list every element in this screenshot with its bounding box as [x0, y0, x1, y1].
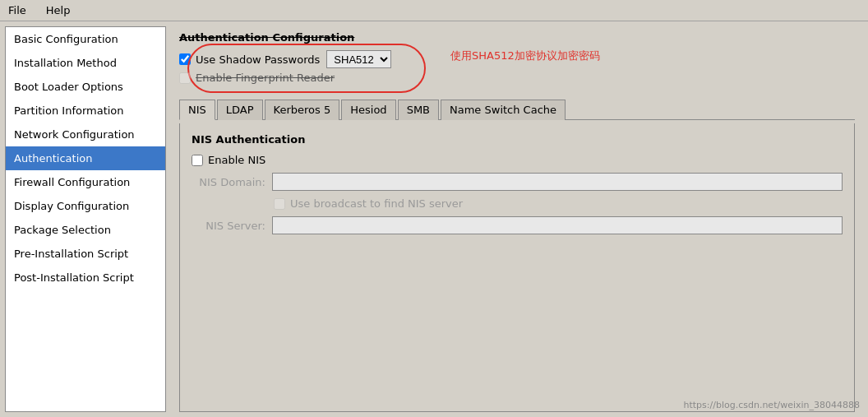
nis-section-title: NIS Authentication: [192, 133, 843, 146]
enable-nis-checkbox[interactable]: [192, 155, 203, 166]
sidebar-item-network-configuration[interactable]: Network Configuration: [6, 123, 165, 146]
tabs-container: NIS LDAP Kerberos 5 Hesiod SMB Name Swit…: [171, 99, 863, 120]
tab-smb[interactable]: SMB: [398, 100, 439, 120]
sidebar-item-package-selection[interactable]: Package Selection: [6, 218, 165, 242]
sidebar-item-installation-method[interactable]: Installation Method: [6, 51, 165, 75]
sidebar-item-display-configuration[interactable]: Display Configuration: [6, 194, 165, 218]
shadow-passwords-checkbox[interactable]: [179, 53, 191, 65]
tab-ldap[interactable]: LDAP: [217, 100, 263, 120]
menu-help[interactable]: Help: [43, 2, 74, 18]
sidebar-item-authentication[interactable]: Authentication: [6, 146, 165, 170]
tab-kerberos5[interactable]: Kerberos 5: [265, 100, 340, 120]
shadow-passwords-label[interactable]: Use Shadow Passwords: [179, 53, 320, 66]
nis-server-row: NIS Server:: [192, 216, 843, 234]
annotation-text: 使用SHA512加密协议加密密码: [450, 49, 600, 63]
sidebar-item-partition-information[interactable]: Partition Information: [6, 99, 165, 123]
broadcast-row: Use broadcast to find NIS server: [192, 197, 843, 210]
fingerprint-checkbox: [179, 72, 191, 84]
sha-select[interactable]: SHA512 MD5 SHA256: [326, 50, 391, 68]
auth-title: Authentication Configuration: [179, 31, 855, 44]
nis-server-input[interactable]: [272, 216, 843, 234]
enable-nis-label[interactable]: Enable NIS: [192, 154, 265, 166]
enable-nis-text: Enable NIS: [208, 154, 265, 166]
sidebar-item-pre-installation-script[interactable]: Pre-Installation Script: [6, 242, 165, 266]
nis-domain-row: NIS Domain:: [192, 173, 843, 191]
broadcast-label: Use broadcast to find NIS server: [274, 197, 463, 210]
sidebar-item-post-installation-script[interactable]: Post-Installation Script: [6, 266, 165, 290]
fingerprint-row: Enable Fingerprint Reader: [179, 72, 855, 84]
sidebar-item-firewall-configuration[interactable]: Firewall Configuration: [6, 170, 165, 194]
broadcast-text: Use broadcast to find NIS server: [290, 197, 463, 210]
tab-name-switch-cache[interactable]: Name Switch Cache: [441, 100, 566, 120]
broadcast-checkbox: [274, 198, 285, 210]
watermark: https://blog.csdn.net/weixin_38044888: [683, 400, 860, 410]
tab-nis[interactable]: NIS: [179, 100, 215, 120]
auth-panel: Authentication Configuration 使用SHA512加密协…: [171, 26, 863, 95]
menu-file[interactable]: File: [5, 2, 30, 18]
sidebar-item-basic-configuration[interactable]: Basic Configuration: [6, 27, 165, 51]
sidebar: Basic Configuration Installation Method …: [5, 26, 166, 412]
fingerprint-label: Enable Fingerprint Reader: [196, 72, 335, 84]
shadow-passwords-text: Use Shadow Passwords: [196, 53, 320, 66]
main-window: Basic Configuration Installation Method …: [0, 21, 868, 417]
menubar: File Help: [0, 0, 868, 21]
content-area: Authentication Configuration 使用SHA512加密协…: [171, 26, 863, 412]
sidebar-item-boot-loader-options[interactable]: Boot Loader Options: [6, 75, 165, 99]
enable-nis-row: Enable NIS: [192, 154, 843, 166]
nis-server-label: NIS Server:: [192, 220, 265, 232]
tab-content-nis: NIS Authentication Enable NIS NIS Domain…: [179, 123, 855, 412]
nis-domain-input[interactable]: [272, 173, 843, 191]
top-options: 使用SHA512加密协议加密密码 Use Shadow Passwords SH…: [179, 50, 855, 84]
nis-domain-label: NIS Domain:: [192, 176, 265, 188]
tab-hesiod[interactable]: Hesiod: [341, 100, 395, 120]
tabs: NIS LDAP Kerberos 5 Hesiod SMB Name Swit…: [179, 99, 855, 120]
